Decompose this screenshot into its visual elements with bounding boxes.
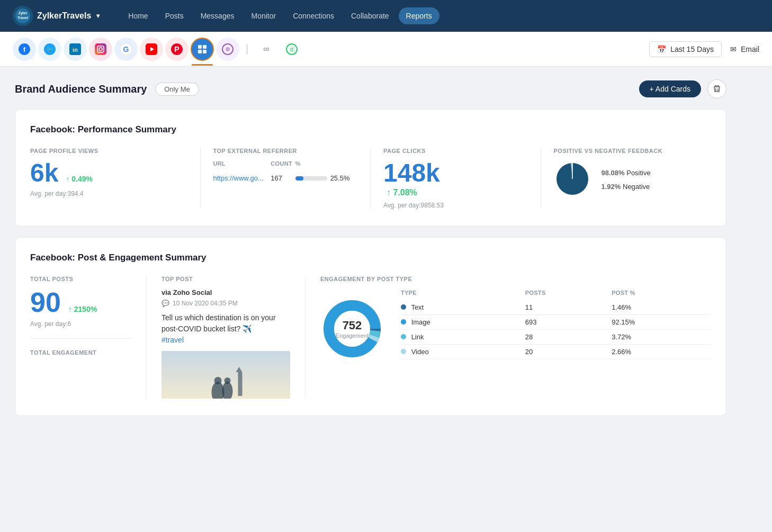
social-youtube-btn[interactable] xyxy=(140,38,163,61)
nav-home[interactable]: Home xyxy=(121,7,155,24)
social-pinterest-btn[interactable]: P xyxy=(165,38,188,61)
type-video: Video xyxy=(401,345,525,359)
eng-col-type: TYPE xyxy=(401,290,525,300)
social-facebook-btn[interactable]: f xyxy=(13,38,36,61)
brand-header-left: Brand Audience Summary Only Me xyxy=(15,83,199,96)
brand-name: ZylkerTravels xyxy=(37,11,91,21)
separator: | xyxy=(246,43,248,55)
type-link: Link xyxy=(401,330,525,345)
nav-collaborate[interactable]: Collaborate xyxy=(344,7,397,24)
page-clicks-change: ↑ 7.08% xyxy=(387,188,417,197)
post-hashtag: #travel xyxy=(161,336,184,344)
post-time: 💬 10 Nov 2020 04:35 PM xyxy=(161,300,290,307)
engagement-card-title: Facebook: Post & Engagement Summary xyxy=(30,253,711,263)
main-content: Brand Audience Summary Only Me + Add Car… xyxy=(0,67,741,439)
page-views-avg: Avg. per day:394.4 xyxy=(30,190,187,197)
page-clicks-label: PAGE CLICKS xyxy=(383,148,528,154)
email-icon: ✉ xyxy=(730,45,737,53)
post-image xyxy=(161,351,290,399)
ref-count: 167 xyxy=(271,171,295,185)
table-row: Video 20 2.66% xyxy=(401,345,711,359)
add-cards-button[interactable]: + Add Cards xyxy=(639,80,701,97)
type-image: Image xyxy=(401,315,525,330)
table-row: Link 28 3.72% xyxy=(401,330,711,345)
page-clicks-avg: Avg. per day:9858.53 xyxy=(383,202,528,209)
only-me-button[interactable]: Only Me xyxy=(155,83,199,96)
total-posts-change: ↑ 2150% xyxy=(68,305,97,313)
top-post-label: TOP POST xyxy=(161,276,290,282)
svg-point-25 xyxy=(226,47,230,51)
ref-pct-cell: 25.5% xyxy=(295,171,357,185)
brand-logo-area[interactable]: Zyler Travel ZylkerTravels ▾ xyxy=(13,6,100,26)
total-engagement-label: TOTAL ENGAGEMENT xyxy=(30,349,131,356)
top-post-section: TOP POST via Zoho Social 💬 10 Nov 2020 0… xyxy=(147,276,306,399)
social-twitter-btn[interactable]: 🐦 xyxy=(38,38,61,61)
svg-rect-10 xyxy=(95,43,106,55)
svg-text:in: in xyxy=(73,47,78,53)
page-clicks-value: 148k xyxy=(383,160,440,186)
ref-col-count: COUNT xyxy=(271,160,295,171)
social-google-btn[interactable]: G xyxy=(114,38,138,61)
svg-rect-22 xyxy=(198,50,202,53)
total-posts-avg: Avg. per day:6 xyxy=(30,320,131,328)
nav-monitor[interactable]: Monitor xyxy=(244,7,283,24)
svg-text:f: f xyxy=(23,46,26,53)
nav-connections[interactable]: Connections xyxy=(285,7,342,24)
eng-col-pct: POST % xyxy=(612,290,711,300)
social-linkedin-btn[interactable]: in xyxy=(64,38,87,61)
svg-rect-23 xyxy=(203,50,207,53)
social-bar: f 🐦 in G P | ∞ d 📅 xyxy=(0,32,772,67)
table-row: Text 11 1.46% xyxy=(401,300,711,315)
donut-center: 752 Engagement xyxy=(336,319,369,339)
ref-url[interactable]: https://www.go... xyxy=(213,171,271,185)
engagement-card: Facebook: Post & Engagement Summary TOTA… xyxy=(15,237,726,416)
svg-text:Travel: Travel xyxy=(17,16,28,20)
positive-legend: 98.08% Positive xyxy=(602,166,651,180)
social-all-btn[interactable] xyxy=(191,38,214,61)
top-referrer-section: TOP EXTERNAL REFERRER URL COUNT % https:… xyxy=(201,148,371,209)
top-referrer-label: TOP EXTERNAL REFERRER xyxy=(213,148,358,154)
svg-rect-38 xyxy=(238,372,243,396)
social-extra-btn[interactable] xyxy=(216,38,239,61)
calendar-icon: 📅 xyxy=(657,45,666,53)
engagement-type-table: TYPE POSTS POST % Text 11 xyxy=(401,290,711,359)
eng-col-posts: POSTS xyxy=(525,290,612,300)
pie-chart xyxy=(554,160,591,200)
link-icon-btn[interactable]: ∞ xyxy=(255,38,278,61)
svg-text:G: G xyxy=(123,45,129,53)
email-button[interactable]: ✉ Email xyxy=(730,45,759,53)
table-row: https://www.go... 167 25.5% xyxy=(213,171,358,185)
ref-col-url: URL xyxy=(213,160,271,171)
performance-card-title: Facebook: Performance Summary xyxy=(30,124,711,135)
social-instagram-btn[interactable] xyxy=(89,38,112,61)
page-views-value: 6k xyxy=(30,160,58,186)
page-clicks-section: PAGE CLICKS 148k ↑ 7.08% Avg. per day:98… xyxy=(371,148,541,209)
feedback-section: POSITIVE VS NEGATIVE FEEDBACK xyxy=(541,148,712,209)
engagement-type-label: ENGAGEMENT BY POST TYPE xyxy=(320,276,711,282)
brand-chevron: ▾ xyxy=(96,12,100,20)
date-range-button[interactable]: 📅 Last 15 Days xyxy=(649,41,722,57)
nav-messages[interactable]: Messages xyxy=(193,7,242,24)
pie-legend: 98.08% Positive 1.92% Negative xyxy=(602,166,651,194)
total-posts-section: TOTAL POSTS 90 ↑ 2150% Avg. per day:6 TO… xyxy=(30,276,147,399)
svg-text:d: d xyxy=(290,46,293,52)
post-text: Tell us which destination is on your pos… xyxy=(161,312,290,346)
nav-reports[interactable]: Reports xyxy=(399,7,439,24)
date-range-label: Last 15 Days xyxy=(670,45,714,53)
trash-button[interactable] xyxy=(707,79,726,98)
total-posts-label: TOTAL POSTS xyxy=(30,276,131,282)
svg-rect-20 xyxy=(198,45,202,49)
performance-grid: PAGE PROFILE VIEWS 6k ↑ 0.49% Avg. per d… xyxy=(30,148,711,209)
page-views-label: PAGE PROFILE VIEWS xyxy=(30,148,187,154)
brand-header: Brand Audience Summary Only Me + Add Car… xyxy=(15,79,726,98)
type-text: Text xyxy=(401,300,525,315)
svg-text:∞: ∞ xyxy=(264,44,270,53)
post-card: via Zoho Social 💬 10 Nov 2020 04:35 PM T… xyxy=(161,288,290,399)
nav-posts[interactable]: Posts xyxy=(158,7,191,24)
page-title: Brand Audience Summary xyxy=(15,83,147,95)
chat-icon: 💬 xyxy=(161,300,169,307)
green-icon-btn[interactable]: d xyxy=(280,38,303,61)
engagement-type-section: ENGAGEMENT BY POST TYPE xyxy=(306,276,711,399)
nav-links: Home Posts Messages Monitor Connections … xyxy=(121,7,759,24)
post-source: via Zoho Social xyxy=(161,288,290,296)
